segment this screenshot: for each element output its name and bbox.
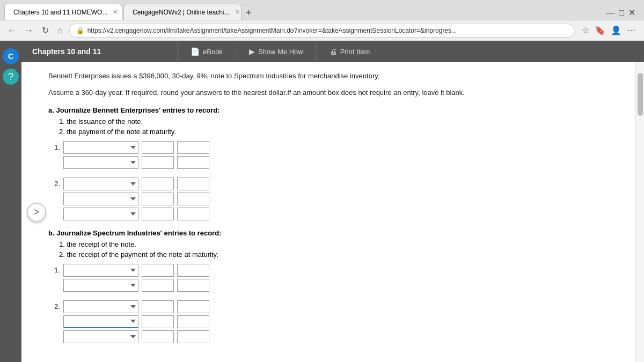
- credit-input-a2-2[interactable]: [177, 193, 209, 205]
- entry-number-a2: 2.: [48, 180, 60, 188]
- journal-row: [48, 156, 619, 169]
- debit-input-b2-1[interactable]: [142, 300, 174, 313]
- refresh-button[interactable]: ↻: [40, 24, 51, 36]
- account-select-b1-1[interactable]: [63, 264, 138, 277]
- ebook-tab[interactable]: 📄 eBook: [177, 41, 236, 62]
- journal-row: [48, 208, 619, 220]
- scroll-thumb[interactable]: [638, 73, 643, 116]
- section-b-instruction: Journalize Spectrum Industries' entries …: [56, 229, 221, 237]
- section-b-entry-2: 2.: [48, 300, 619, 343]
- section-a-entry-2: 2.: [48, 178, 619, 220]
- forward-nav-button[interactable]: >: [27, 203, 46, 222]
- journal-row: 2.: [48, 300, 619, 313]
- debit-input-a1-2[interactable]: [142, 156, 174, 169]
- instruction-text: Assume a 360-day year. If required, roun…: [48, 87, 619, 99]
- bookmark-icon[interactable]: 🔖: [595, 25, 605, 35]
- journal-row: 2.: [48, 178, 619, 190]
- account-select-a1-1[interactable]: [63, 141, 138, 154]
- main-content: Chapters 10 and 11 📄 eBook ▶ Show Me How…: [21, 41, 644, 362]
- tab-bar: Chapters 10 and 11 HOMEWO... ✕ CengageNO…: [0, 0, 644, 20]
- section-a-sub1: 1. the issuance of the note.: [59, 117, 619, 125]
- credit-input-a1-2[interactable]: [177, 156, 209, 169]
- print-item-tab[interactable]: 🖨 Print Item: [316, 41, 383, 62]
- intro-text: Bennett Enterprises issues a $396,000, 3…: [48, 71, 619, 82]
- star-icon[interactable]: ☆: [582, 25, 589, 35]
- credit-input-a1-1[interactable]: [177, 141, 209, 154]
- credit-input-a2-1[interactable]: [177, 178, 209, 190]
- debit-input-a2-3[interactable]: [142, 208, 174, 220]
- debit-input-b1-2[interactable]: [142, 279, 174, 292]
- back-button[interactable]: ←: [5, 25, 18, 36]
- address-input[interactable]: 🔒 https://v2.cengagenow.com/ilrn/takeAss…: [69, 24, 574, 38]
- side-nav-help-icon[interactable]: ?: [3, 69, 19, 85]
- tab-chapters[interactable]: Chapters 10 and 11 HOMEWO... ✕: [4, 4, 122, 20]
- debit-input-b2-2[interactable]: [142, 315, 174, 328]
- forward-button[interactable]: →: [23, 25, 35, 36]
- address-text: https://v2.cengagenow.com/ilrn/takeAssig…: [87, 27, 457, 34]
- chapter-title: Chapters 10 and 11: [21, 41, 177, 62]
- profile-icon[interactable]: 👤: [611, 25, 621, 35]
- toolbar-icons: ☆ 🔖 👤 ⋯: [579, 25, 639, 35]
- tab-label-cengage: CengageNOWv2 | Online teachi...: [133, 9, 230, 16]
- account-select-a1-2[interactable]: [63, 156, 138, 169]
- journal-row: 1.: [48, 264, 619, 277]
- browser-window: Chapters 10 and 11 HOMEWO... ✕ CengageNO…: [0, 0, 644, 362]
- credit-input-b1-2[interactable]: [177, 279, 209, 292]
- account-select-b2-2[interactable]: [63, 315, 138, 328]
- section-a-instruction: Journalize Bennett Enterprises' entries …: [56, 106, 219, 114]
- content-area: C ? Chapters 10 and 11 📄 eBook ▶ Show Me…: [0, 41, 644, 362]
- address-bar: ← → ↻ ⌂ 🔒 https://v2.cengagenow.com/ilrn…: [0, 20, 644, 41]
- debit-input-b1-1[interactable]: [142, 264, 174, 277]
- section-b-sub1: 1. the receipt of the note.: [59, 240, 619, 248]
- journal-row: [48, 330, 619, 343]
- debit-input-a2-1[interactable]: [142, 178, 174, 190]
- window-controls: — □ ✕: [602, 8, 640, 20]
- print-icon: 🖨: [330, 47, 337, 56]
- scrollbar[interactable]: [635, 62, 644, 362]
- minimize-button[interactable]: —: [606, 8, 614, 18]
- section-a-entry-1: 1.: [48, 141, 619, 169]
- close-button[interactable]: ✕: [628, 8, 635, 18]
- entry-number-b2: 2.: [48, 302, 60, 311]
- account-select-a2-3[interactable]: [63, 208, 138, 220]
- account-select-a2-1[interactable]: [63, 178, 138, 190]
- side-nav-c-icon[interactable]: C: [3, 48, 19, 64]
- credit-input-b2-1[interactable]: [177, 300, 209, 313]
- debit-input-a1-1[interactable]: [142, 141, 174, 154]
- ebook-icon: 📄: [191, 47, 200, 56]
- tab-cengage[interactable]: CengageNOWv2 | Online teachi... ✕: [123, 4, 241, 20]
- play-icon: ▶: [249, 47, 255, 56]
- side-nav: C ?: [0, 41, 21, 362]
- journal-row: [48, 193, 619, 205]
- menu-icon[interactable]: ⋯: [627, 25, 635, 35]
- account-select-b2-3[interactable]: [63, 330, 138, 343]
- show-me-how-tab[interactable]: ▶ Show Me How: [236, 41, 316, 62]
- credit-input-a2-3[interactable]: [177, 208, 209, 220]
- journal-row: [48, 315, 619, 328]
- home-button[interactable]: ⌂: [55, 25, 65, 36]
- debit-input-a2-2[interactable]: [142, 193, 174, 205]
- entry-number-a1: 1.: [48, 143, 60, 151]
- new-tab-button[interactable]: +: [243, 8, 255, 19]
- credit-input-b1-1[interactable]: [177, 264, 209, 277]
- credit-input-b2-2[interactable]: [177, 315, 209, 328]
- credit-input-b2-3[interactable]: [177, 330, 209, 343]
- entry-number-b1: 1.: [48, 266, 60, 274]
- tab-close-cengage[interactable]: ✕: [235, 9, 240, 16]
- print-item-label: Print Item: [340, 48, 370, 56]
- section-a-sub2: 2. the payment of the note at maturity.: [59, 128, 619, 136]
- debit-input-b2-3[interactable]: [142, 330, 174, 343]
- ebook-label: eBook: [203, 48, 223, 56]
- maximize-button[interactable]: □: [619, 8, 624, 18]
- account-select-b1-2[interactable]: [63, 279, 138, 292]
- chapter-header: Chapters 10 and 11 📄 eBook ▶ Show Me How…: [21, 41, 644, 62]
- section-a-label: a. Journalize Bennett Enterprises' entri…: [48, 106, 619, 114]
- account-select-b2-1[interactable]: [63, 300, 138, 313]
- journal-row: 1.: [48, 141, 619, 154]
- section-b-entry-1: 1.: [48, 264, 619, 292]
- tab-close-chapters[interactable]: ✕: [113, 9, 118, 16]
- section-b-label: b. Journalize Spectrum Industries' entri…: [48, 229, 619, 237]
- account-select-a2-2[interactable]: [63, 193, 138, 205]
- section-b-sub2: 2. the receipt of the payment of the not…: [59, 250, 619, 258]
- header-tabs: 📄 eBook ▶ Show Me How 🖨 Print Item: [177, 41, 383, 62]
